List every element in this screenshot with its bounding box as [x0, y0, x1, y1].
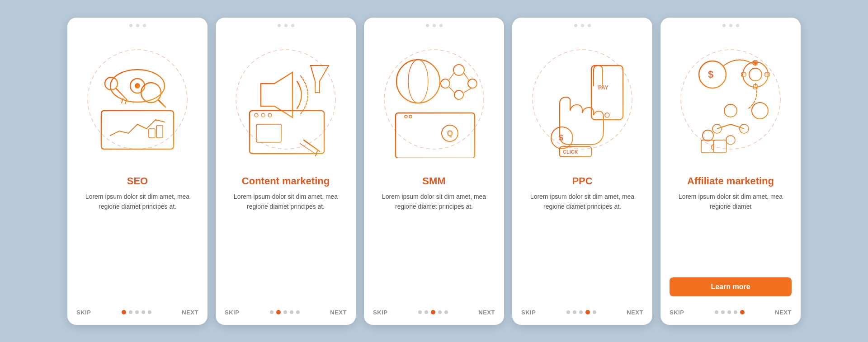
status-dot	[278, 24, 281, 27]
seo-dots	[122, 310, 151, 314]
status-dot	[129, 24, 132, 27]
card-content-marketing: Content marketing Lorem ipsum dolor sit …	[216, 18, 356, 325]
am-title: Affiliate marketing	[687, 175, 774, 187]
status-dot	[574, 24, 577, 27]
am-illustration: $	[660, 27, 801, 172]
status-dot	[291, 24, 294, 27]
svg-point-41	[454, 90, 463, 99]
svg-line-44	[464, 73, 469, 80]
svg-text:$: $	[708, 69, 713, 80]
seo-title: SEO	[127, 175, 148, 187]
dot-1	[122, 310, 126, 314]
svg-point-90	[703, 130, 713, 141]
card-seo: SEO Lorem ipsum dolor sit dim amet, mea …	[67, 18, 208, 325]
svg-point-39	[453, 65, 464, 75]
ppc-title: PPC	[572, 175, 592, 187]
ppc-footer: SKIP NEXT	[512, 302, 652, 316]
status-dot	[284, 24, 288, 27]
svg-line-5	[159, 100, 165, 107]
svg-rect-95	[714, 140, 726, 153]
dot-2	[425, 310, 428, 314]
status-dot	[433, 24, 436, 27]
svg-point-93	[726, 136, 735, 145]
svg-point-33	[384, 50, 484, 149]
status-dot	[143, 24, 146, 27]
svg-point-77	[749, 68, 762, 81]
card-ppc: PAY $ CLICK PPC Lorem ipsum dolor sit di…	[512, 18, 652, 325]
svg-point-23	[255, 113, 258, 117]
dot-1	[566, 310, 570, 314]
am-skip-btn[interactable]: SKIP	[670, 309, 684, 316]
dot-3	[727, 310, 731, 314]
dot-1	[418, 310, 422, 314]
dot-4	[142, 310, 145, 314]
status-dot	[722, 24, 726, 27]
status-dot	[426, 24, 429, 27]
seo-footer: SKIP NEXT	[67, 302, 208, 316]
cm-skip-btn[interactable]: SKIP	[225, 309, 239, 316]
svg-line-46	[449, 87, 454, 93]
ppc-next-btn[interactable]: NEXT	[627, 309, 643, 316]
status-dot	[588, 24, 591, 27]
ppc-body: Lorem ipsum dolor sit dim amet, mea regi…	[512, 192, 652, 298]
ppc-dots	[566, 310, 596, 314]
svg-point-0	[88, 50, 187, 149]
cm-dots	[270, 310, 300, 314]
svg-text:PAY: PAY	[598, 84, 609, 91]
dot-1	[270, 310, 274, 314]
status-dot	[136, 24, 139, 27]
cm-footer: SKIP NEXT	[216, 302, 356, 316]
svg-point-82	[752, 103, 768, 119]
svg-line-7	[116, 89, 127, 99]
svg-point-24	[261, 113, 265, 117]
am-dots	[715, 310, 745, 314]
dot-4	[734, 310, 737, 314]
svg-point-3	[135, 83, 140, 89]
card-smm: Q SMM Lorem ipsum dolor sit dim amet, me…	[364, 18, 504, 325]
status-bar-smm	[364, 18, 504, 27]
smm-dots	[418, 310, 448, 314]
svg-rect-15	[156, 126, 163, 138]
dot-3	[431, 310, 435, 314]
svg-point-53	[405, 115, 407, 118]
seo-next-btn[interactable]: NEXT	[182, 309, 198, 316]
dot-3	[579, 310, 583, 314]
svg-rect-26	[256, 124, 281, 142]
ppc-illustration: PAY $ CLICK	[512, 27, 652, 172]
ppc-skip-btn[interactable]: SKIP	[521, 309, 536, 316]
dot-2	[573, 310, 576, 314]
cm-body: Lorem ipsum dolor sit dim amet, mea regi…	[216, 192, 356, 298]
smm-skip-btn[interactable]: SKIP	[373, 309, 387, 316]
learn-more-button[interactable]: Learn more	[670, 277, 792, 296]
svg-text:$: $	[559, 133, 563, 142]
status-bar-ppc	[512, 18, 652, 27]
dot-5	[444, 310, 448, 314]
svg-point-40	[468, 79, 477, 88]
svg-point-6	[105, 77, 118, 90]
svg-point-42	[441, 79, 450, 88]
svg-point-25	[268, 113, 272, 117]
svg-rect-81	[765, 73, 769, 76]
svg-point-60	[533, 50, 632, 149]
svg-text:CLICK: CLICK	[563, 149, 578, 155]
svg-line-31	[300, 144, 316, 155]
status-dot	[729, 24, 732, 27]
status-dot	[736, 24, 739, 27]
seo-body: Lorem ipsum dolor sit dim amet, mea regi…	[67, 192, 208, 298]
svg-point-86	[724, 104, 737, 117]
dot-4	[438, 310, 442, 314]
dot-3	[283, 310, 287, 314]
am-footer: SKIP NEXT	[660, 302, 801, 316]
status-dot	[439, 24, 443, 27]
svg-point-72	[681, 50, 780, 149]
status-bar-seo	[67, 18, 208, 27]
card-affiliate-marketing: $	[660, 18, 801, 325]
seo-skip-btn[interactable]: SKIP	[76, 309, 91, 316]
cards-container: SEO Lorem ipsum dolor sit dim amet, mea …	[49, 4, 819, 338]
svg-point-54	[409, 115, 412, 118]
smm-next-btn[interactable]: NEXT	[478, 309, 495, 316]
cm-next-btn[interactable]: NEXT	[330, 309, 347, 316]
am-body: Lorem ipsum dolor sit dim amet, mea regi…	[660, 192, 801, 272]
dot-5	[296, 310, 300, 314]
am-next-btn[interactable]: NEXT	[775, 309, 792, 316]
